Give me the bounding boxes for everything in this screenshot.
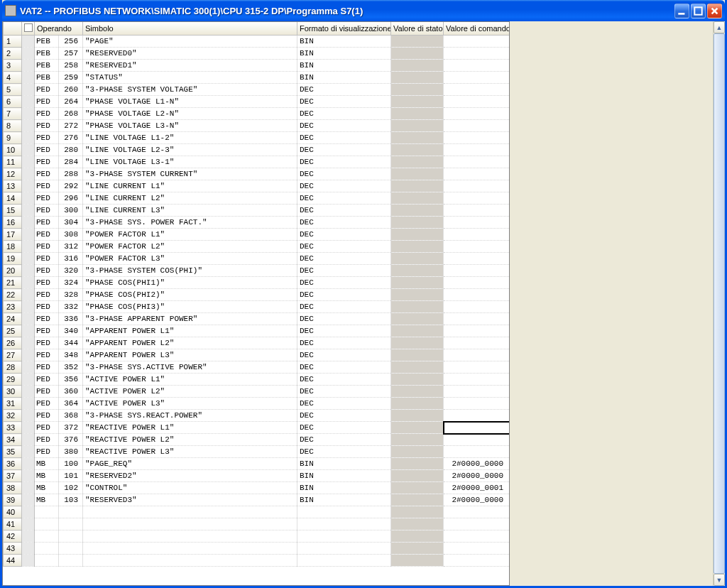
mark-cell[interactable] [22,506,35,518]
format-cell[interactable]: DEC [297,108,391,120]
operand-address[interactable]: 102 [59,482,83,494]
scroll-down-arrow[interactable]: ▼ [714,574,725,586]
command-value-cell[interactable] [444,398,510,410]
titlebar[interactable]: VAT2 -- PROFIBUS NETWORK\SIMATIC 300(1)\… [2,0,725,21]
scroll-track[interactable] [714,33,725,574]
format-cell[interactable]: DEC [297,361,391,374]
format-cell[interactable]: DEC [297,180,391,192]
operand-type[interactable]: PED [35,108,59,120]
row-number[interactable]: 39 [4,494,22,506]
row-number[interactable]: 31 [4,398,22,410]
operand-address[interactable] [59,506,83,518]
mark-cell[interactable] [22,144,35,156]
symbol-cell[interactable]: "LINE VOLTAGE L1-2" [83,132,297,144]
operand-type[interactable]: PED [35,374,59,386]
table-row[interactable]: 3PEB258"RESERVED1"BIN [4,60,510,72]
command-value-cell[interactable] [444,168,510,180]
table-row[interactable]: 41 [4,518,510,530]
operand-address[interactable]: 296 [59,192,83,205]
symbol-cell[interactable] [83,543,297,555]
table-row[interactable]: 31PED364"ACTIVE POWER L3"DEC [4,398,510,410]
operand-address[interactable]: 344 [59,337,83,349]
command-value-cell[interactable] [444,180,510,192]
format-cell[interactable]: DEC [297,434,391,446]
symbol-cell[interactable]: "PHASE COS(PHI3)" [83,301,297,313]
operand-address[interactable]: 356 [59,374,83,386]
mark-cell[interactable] [22,446,35,458]
row-number[interactable]: 34 [4,434,22,446]
operand-address[interactable]: 324 [59,277,83,289]
operand-type[interactable]: PED [35,289,59,301]
status-value-cell[interactable] [391,434,444,446]
col-stato[interactable]: Valore di stato [391,22,444,36]
symbol-cell[interactable]: "PHASE VOLTAGE L2-N" [83,108,297,120]
format-cell[interactable]: DEC [297,289,391,301]
table-row[interactable]: 19PED316"POWER FACTOR L3"DEC [4,253,510,265]
vertical-scrollbar[interactable]: ▲ ▼ [713,21,725,586]
operand-address[interactable]: 280 [59,144,83,156]
operand-address[interactable] [59,543,83,555]
operand-type[interactable]: PED [35,229,59,241]
format-cell[interactable]: DEC [297,337,391,349]
command-value-cell[interactable] [444,84,510,96]
format-cell[interactable]: BIN [297,72,391,84]
command-value-cell[interactable] [444,325,510,337]
col-comando[interactable]: Valore di comando [444,22,510,36]
row-number[interactable]: 6 [4,96,22,108]
close-button[interactable] [707,4,722,18]
row-number[interactable]: 18 [4,241,22,253]
format-cell[interactable]: BIN [297,482,391,494]
symbol-cell[interactable]: "STATUS" [83,72,297,84]
operand-address[interactable]: 260 [59,84,83,96]
status-value-cell[interactable] [391,494,444,506]
operand-address[interactable] [59,530,83,543]
table-row[interactable]: 17PED308"POWER FACTOR L1"DEC [4,229,510,241]
operand-address[interactable]: 312 [59,241,83,253]
format-cell[interactable]: BIN [297,470,391,482]
mark-cell[interactable] [22,386,35,398]
format-cell[interactable]: DEC [297,168,391,180]
table-row[interactable]: 44 [4,555,510,567]
mark-cell[interactable] [22,458,35,470]
operand-type[interactable]: PED [35,325,59,337]
status-value-cell[interactable] [391,168,444,180]
format-cell[interactable]: DEC [297,301,391,313]
table-row[interactable]: 32PED368"3-PHASE SYS.REACT.POWER"DEC [4,410,510,422]
symbol-cell[interactable]: "PAGE_REQ" [83,458,297,470]
table-row[interactable]: 11PED284"LINE VOLTAGE L3-1"DEC [4,156,510,168]
format-cell[interactable]: DEC [297,422,391,434]
operand-type[interactable]: PED [35,192,59,205]
operand-type[interactable]: PED [35,386,59,398]
operand-type[interactable]: PED [35,180,59,192]
command-value-cell[interactable] [444,132,510,144]
command-value-cell[interactable] [444,543,510,555]
format-cell[interactable] [297,506,391,518]
mark-cell[interactable] [22,482,35,494]
operand-address[interactable]: 372 [59,422,83,434]
table-row[interactable]: 18PED312"POWER FACTOR L2"DEC [4,241,510,253]
table-row[interactable]: 6PED264"PHASE VOLTAGE L1-N"DEC [4,96,510,108]
mark-cell[interactable] [22,48,35,60]
symbol-cell[interactable]: "PAGE" [83,36,297,48]
row-number[interactable]: 30 [4,386,22,398]
row-number[interactable]: 23 [4,301,22,313]
mark-cell[interactable] [22,96,35,108]
symbol-cell[interactable]: "3-PHASE SYS.REACT.POWER" [83,410,297,422]
mark-cell[interactable] [22,192,35,205]
command-value-cell[interactable] [444,277,510,289]
symbol-cell[interactable]: "3-PHASE APPARENT POWER" [83,313,297,325]
format-cell[interactable]: DEC [297,241,391,253]
command-value-cell[interactable] [444,349,510,361]
table-row[interactable]: 23PED332"PHASE COS(PHI3)"DEC [4,301,510,313]
row-number[interactable]: 36 [4,458,22,470]
scroll-up-arrow[interactable]: ▲ [714,21,725,33]
status-value-cell[interactable] [391,265,444,277]
operand-type[interactable]: PED [35,422,59,434]
format-cell[interactable]: DEC [297,325,391,337]
col-formato[interactable]: Formato di visualizzazione [297,22,391,36]
row-number[interactable]: 26 [4,337,22,349]
operand-type[interactable]: MB [35,470,59,482]
operand-type[interactable]: PED [35,398,59,410]
command-value-cell[interactable]: 2#0000_0001 [444,482,510,494]
table-row[interactable]: 34PED376"REACTIVE POWER L2"DEC [4,434,510,446]
